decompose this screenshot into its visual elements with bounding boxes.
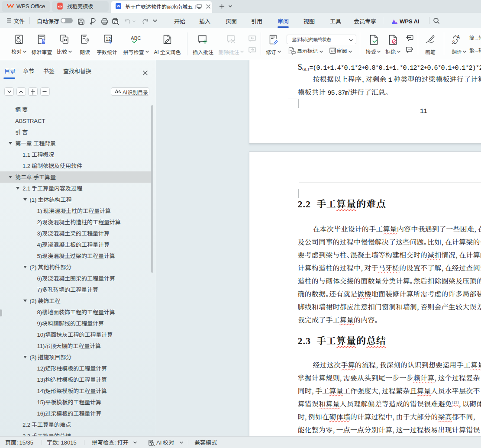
svg-text:ABC: ABC	[131, 35, 141, 41]
svg-text:A: A	[457, 34, 460, 39]
svg-text:12: 12	[106, 36, 111, 42]
